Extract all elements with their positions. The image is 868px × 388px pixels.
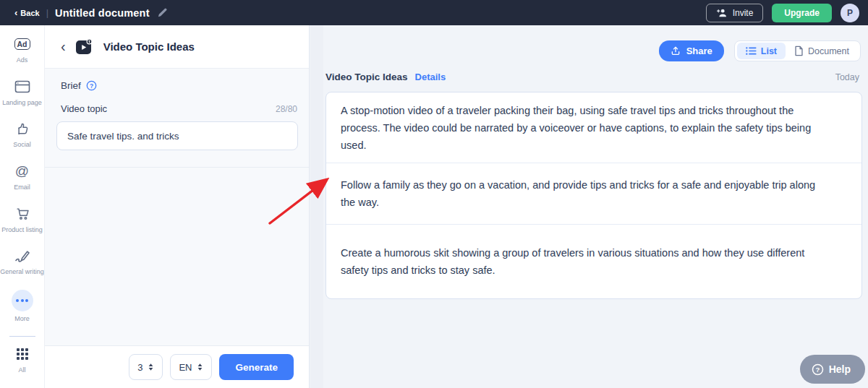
- help-circle-icon[interactable]: ?: [86, 80, 97, 91]
- brief-divider: [45, 167, 309, 168]
- sidebar-item-general-writing[interactable]: General writing: [0, 247, 45, 285]
- invite-person-icon: [716, 8, 728, 18]
- video-topic-ideas-icon: [75, 38, 94, 56]
- list-icon: [746, 46, 757, 56]
- sidebar-item-product-listing[interactable]: Product listing: [0, 205, 45, 243]
- app-root: { "topbar": { "back_label": "Back", "tit…: [0, 0, 868, 388]
- grid-icon: [17, 345, 28, 363]
- video-topic-label: Video topic: [61, 103, 107, 114]
- results-header: Video Topic Ideas Details Today: [326, 72, 859, 82]
- panel-footer: 3 EN Generate: [45, 345, 309, 388]
- sidebar-item-social[interactable]: Social: [0, 120, 45, 158]
- landing-page-icon: [14, 78, 30, 95]
- result-text: Create a humorous skit showing a group o…: [341, 244, 824, 279]
- results-title: Video Topic Ideas: [326, 72, 408, 82]
- video-topic-input[interactable]: [56, 121, 298, 150]
- back-button[interactable]: ‹ Back: [14, 8, 40, 17]
- view-toggle: List Document: [734, 40, 861, 61]
- help-button[interactable]: ? Help: [800, 355, 865, 384]
- sidebar-item-label: All: [18, 366, 25, 374]
- invite-button[interactable]: Invite: [706, 4, 764, 22]
- stepper-arrows-icon: [148, 363, 154, 371]
- svg-text:?: ?: [90, 82, 93, 90]
- char-counter: 28/80: [276, 104, 297, 114]
- stepper-arrows-icon: [197, 363, 203, 371]
- scrollbar-track[interactable]: [310, 25, 323, 388]
- generate-button[interactable]: Generate: [219, 354, 294, 380]
- document-icon: [794, 46, 804, 56]
- list-tab-label: List: [761, 46, 777, 56]
- panel-title: Video Topic Ideas: [103, 40, 195, 53]
- svg-text:?: ?: [815, 365, 820, 373]
- result-text: Follow a family as they go on a vacation…: [341, 176, 824, 211]
- results-area: Share List Document Video Topic Ideas De…: [310, 25, 868, 388]
- sidebar-item-label: Email: [14, 184, 30, 191]
- sidebar-divider: [9, 336, 35, 337]
- result-item[interactable]: Follow a family as they go on a vacation…: [326, 163, 861, 225]
- sidebar-item-email[interactable]: @ Email: [0, 163, 45, 201]
- date-label: Today: [835, 72, 859, 82]
- document-title[interactable]: Untitled document: [55, 7, 150, 19]
- document-tab-label: Document: [808, 46, 849, 56]
- sidebar-item-landing-page[interactable]: Landing page: [0, 78, 45, 116]
- sidebar-item-ads[interactable]: Ad Ads: [0, 35, 45, 74]
- tool-panel: ‹ Video Topic Ideas Brief ? Video topic …: [45, 25, 310, 388]
- tool-panel-header: ‹ Video Topic Ideas: [45, 25, 309, 69]
- video-topic-field-row: Video topic 28/80: [61, 103, 297, 114]
- brief-section-label: Brief ?: [61, 80, 293, 91]
- upgrade-button[interactable]: Upgrade: [772, 4, 832, 22]
- edit-pencil-icon[interactable]: [157, 7, 168, 18]
- cart-icon: [14, 205, 30, 223]
- sidebar-item-label: Social: [13, 141, 31, 148]
- avatar[interactable]: P: [841, 4, 859, 22]
- ad-icon: Ad: [14, 35, 30, 53]
- divider: |: [46, 7, 48, 18]
- document-view-tab[interactable]: Document: [786, 43, 858, 59]
- topbar-actions: Invite Upgrade P: [706, 4, 859, 22]
- at-sign-icon: @: [15, 163, 29, 180]
- panel-back-button[interactable]: ‹: [61, 39, 66, 53]
- results-toolbar: Share List Document: [659, 40, 861, 61]
- category-sidebar: Ad Ads Landing page Social @ Email Produ…: [0, 25, 45, 388]
- output-count-value: 3: [137, 362, 142, 373]
- topbar: ‹ Back | Untitled document Invite Upgrad…: [0, 0, 868, 25]
- help-label: Help: [829, 363, 851, 375]
- question-circle-icon: ?: [812, 363, 824, 376]
- ellipsis-icon: [12, 290, 33, 311]
- results-list: A stop-motion video of a traveler packin…: [326, 92, 862, 299]
- sidebar-item-more[interactable]: More: [0, 290, 45, 328]
- share-label: Share: [686, 46, 712, 56]
- sidebar-item-label: General writing: [0, 268, 44, 275]
- language-value: EN: [179, 362, 192, 373]
- chevron-left-icon: ‹: [14, 8, 17, 17]
- thumbs-up-icon: [14, 120, 30, 137]
- share-icon: [671, 46, 681, 56]
- share-button[interactable]: Share: [659, 40, 724, 61]
- details-link[interactable]: Details: [415, 72, 446, 82]
- language-selector[interactable]: EN: [170, 354, 212, 380]
- result-item[interactable]: Create a humorous skit showing a group o…: [326, 225, 861, 298]
- sidebar-item-label: Ads: [17, 56, 28, 64]
- result-item[interactable]: A stop-motion video of a traveler packin…: [326, 92, 861, 163]
- sidebar-item-all[interactable]: All: [0, 345, 45, 384]
- back-label: Back: [20, 9, 39, 17]
- sidebar-item-label: Landing page: [2, 99, 42, 106]
- invite-label: Invite: [733, 8, 754, 18]
- output-count-stepper[interactable]: 3: [129, 354, 163, 380]
- sidebar-item-label: Product listing: [1, 226, 43, 233]
- result-text: A stop-motion video of a traveler packin…: [341, 102, 824, 154]
- sidebar-item-label: More: [14, 315, 30, 322]
- list-view-tab[interactable]: List: [737, 43, 786, 59]
- pen-icon: [14, 247, 31, 264]
